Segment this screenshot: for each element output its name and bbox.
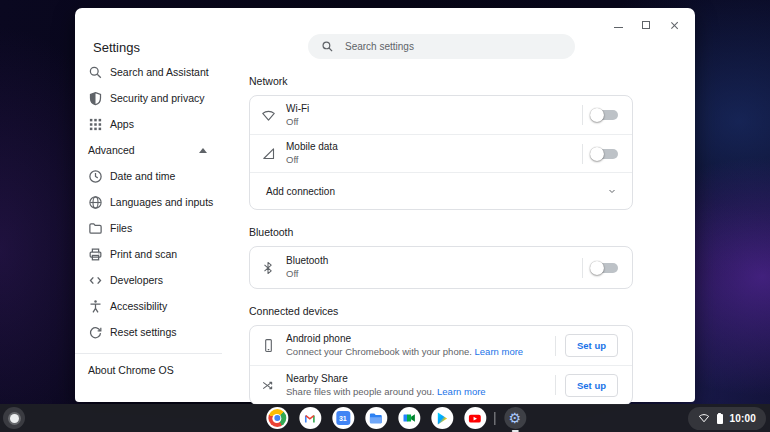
mobile-data-status: Off xyxy=(286,154,582,166)
settings-window: Settings Search and Assistant Security a… xyxy=(75,8,695,402)
clock-icon xyxy=(88,169,103,184)
wifi-status: Off xyxy=(286,116,582,128)
network-card: Wi-Fi Off Mobile data Off xyxy=(249,95,633,210)
shelf-app-youtube[interactable] xyxy=(458,404,491,432)
bluetooth-row[interactable]: Bluetooth Off xyxy=(250,247,632,288)
minimize-icon xyxy=(614,27,623,29)
sidebar-item-apps[interactable]: Apps xyxy=(75,111,240,137)
cellular-icon xyxy=(250,146,286,161)
wifi-row[interactable]: Wi-Fi Off xyxy=(250,96,632,134)
nearby-share-description: Share files with people around you. xyxy=(286,386,434,397)
sidebar-item-files[interactable]: Files xyxy=(75,215,240,241)
chrome-icon xyxy=(268,409,286,427)
launcher-button[interactable] xyxy=(3,407,25,429)
folder-icon xyxy=(88,221,103,236)
shelf-app-gmail[interactable] xyxy=(293,404,326,432)
gmail-icon xyxy=(303,412,316,425)
sidebar-item-search-assistant[interactable]: Search and Assistant xyxy=(75,59,240,85)
nearby-share-title: Nearby Share xyxy=(286,373,555,385)
android-phone-description: Connect your Chromebook with your phone. xyxy=(286,346,472,357)
shelf-app-meet[interactable] xyxy=(392,404,425,432)
connected-devices-card: Android phone Connect your Chromebook wi… xyxy=(249,325,633,405)
globe-icon xyxy=(88,195,103,210)
wifi-title: Wi-Fi xyxy=(286,103,582,115)
sidebar-item-languages-inputs[interactable]: Languages and inputs xyxy=(75,189,240,215)
row-divider xyxy=(582,258,583,278)
android-phone-set-up-button[interactable]: Set up xyxy=(565,334,618,357)
nearby-share-row[interactable]: Nearby Share Share files with people aro… xyxy=(250,365,632,404)
shelf-app-settings[interactable]: ⚙ xyxy=(498,404,531,432)
android-phone-learn-more-link[interactable]: Learn more xyxy=(475,346,524,357)
shelf: 31 xyxy=(0,404,770,432)
maximize-button[interactable] xyxy=(639,18,653,32)
close-icon xyxy=(670,21,679,30)
calendar-icon: 31 xyxy=(336,411,350,425)
apps-grid-icon xyxy=(88,117,103,132)
add-connection-row[interactable]: Add connection xyxy=(250,172,632,209)
printer-icon xyxy=(88,247,103,262)
row-divider xyxy=(555,375,556,395)
code-icon xyxy=(88,273,103,288)
sidebar-item-accessibility[interactable]: Accessibility xyxy=(75,293,240,319)
page-title: Settings xyxy=(93,40,240,55)
gear-icon: ⚙ xyxy=(509,411,522,425)
nearby-share-icon xyxy=(250,378,286,393)
search-input[interactable]: Search settings xyxy=(308,34,575,59)
clock-time: 10:00 xyxy=(729,413,756,424)
sidebar-item-date-time[interactable]: Date and time xyxy=(75,163,240,189)
shield-icon xyxy=(88,91,103,106)
row-divider xyxy=(582,105,583,125)
shelf-app-calendar[interactable]: 31 xyxy=(326,404,359,432)
wifi-toggle[interactable] xyxy=(592,110,618,120)
shelf-app-chrome[interactable] xyxy=(260,404,293,432)
window-controls xyxy=(611,18,681,32)
nearby-share-set-up-button[interactable]: Set up xyxy=(565,374,618,397)
sidebar-item-security-privacy[interactable]: Security and privacy xyxy=(75,85,240,111)
bluetooth-toggle[interactable] xyxy=(592,263,618,273)
bluetooth-heading: Bluetooth xyxy=(249,226,695,239)
search-icon xyxy=(321,40,334,53)
search-icon xyxy=(88,65,103,80)
files-icon xyxy=(368,411,383,426)
mobile-data-toggle[interactable] xyxy=(592,149,618,159)
bluetooth-icon xyxy=(250,261,286,275)
shelf-app-play-store[interactable] xyxy=(425,404,458,432)
bluetooth-card: Bluetooth Off xyxy=(249,246,633,289)
sidebar-item-print-scan[interactable]: Print and scan xyxy=(75,241,240,267)
settings-content: Search settings Network Wi-Fi Off xyxy=(240,8,695,402)
wifi-off-icon xyxy=(698,412,710,424)
caret-up-icon xyxy=(199,148,207,153)
close-button[interactable] xyxy=(667,18,681,32)
bluetooth-status: Off xyxy=(286,268,582,280)
row-divider xyxy=(582,144,583,164)
android-phone-row[interactable]: Android phone Connect your Chromebook wi… xyxy=(250,326,632,365)
sidebar: Settings Search and Assistant Security a… xyxy=(75,8,240,402)
sidebar-item-about-chrome-os[interactable]: About Chrome OS xyxy=(75,356,240,384)
smartphone-icon xyxy=(250,338,286,353)
sidebar-advanced-toggle[interactable]: Advanced xyxy=(75,137,240,163)
network-heading: Network xyxy=(249,75,695,88)
search-placeholder: Search settings xyxy=(345,41,414,52)
bluetooth-title: Bluetooth xyxy=(286,255,582,267)
meet-icon xyxy=(402,411,416,425)
mobile-data-row[interactable]: Mobile data Off xyxy=(250,134,632,172)
sidebar-item-reset-settings[interactable]: Reset settings xyxy=(75,319,240,345)
shelf-apps: 31 xyxy=(260,404,531,432)
mobile-data-title: Mobile data xyxy=(286,141,582,153)
add-connection-label: Add connection xyxy=(266,186,335,197)
system-tray[interactable]: 10:00 xyxy=(688,407,766,430)
shelf-app-files[interactable] xyxy=(359,404,392,432)
nearby-share-learn-more-link[interactable]: Learn more xyxy=(437,386,486,397)
minimize-button[interactable] xyxy=(611,18,625,32)
play-store-icon xyxy=(436,412,448,425)
youtube-icon xyxy=(467,411,482,426)
shelf-separator xyxy=(494,412,495,425)
chevron-down-icon xyxy=(606,185,618,197)
connected-devices-heading: Connected devices xyxy=(249,305,695,318)
sidebar-divider xyxy=(75,353,222,354)
wifi-icon xyxy=(250,108,286,123)
sidebar-item-developers[interactable]: Developers xyxy=(75,267,240,293)
maximize-icon xyxy=(642,21,650,29)
android-phone-title: Android phone xyxy=(286,333,555,345)
row-divider xyxy=(555,336,556,356)
